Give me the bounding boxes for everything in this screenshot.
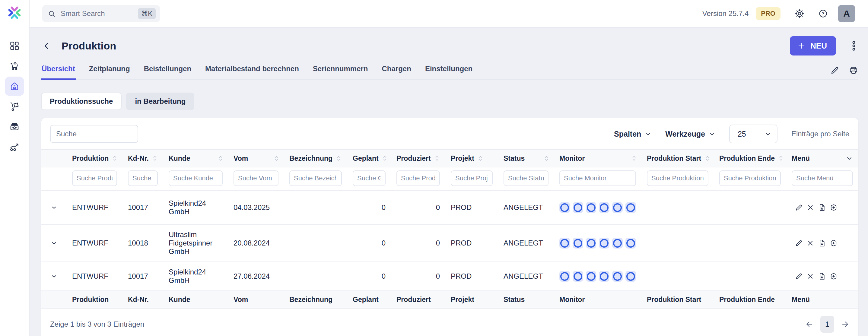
edit-icon[interactable] bbox=[830, 65, 840, 75]
monitor-status-circle[interactable] bbox=[599, 271, 610, 282]
column-search-vom[interactable] bbox=[234, 171, 278, 186]
tab-zeitplanung[interactable]: Zeitplanung bbox=[88, 63, 131, 80]
add-box-icon[interactable] bbox=[829, 272, 838, 280]
column-search-produktion[interactable] bbox=[72, 171, 117, 186]
sidebar-item-production[interactable] bbox=[5, 77, 24, 96]
edit-icon[interactable] bbox=[795, 239, 803, 247]
header-produktion-start[interactable]: Produktion Start bbox=[642, 150, 714, 167]
page-size-select[interactable]: 25 bbox=[729, 125, 777, 143]
tab-seriennummern[interactable]: Seriennummern bbox=[312, 63, 369, 80]
monitor-status-circle[interactable] bbox=[586, 238, 596, 248]
header-produziert[interactable]: Produziert bbox=[391, 150, 445, 167]
header-produktion[interactable]: Produktion bbox=[67, 150, 123, 167]
column-search-produziert[interactable] bbox=[397, 171, 440, 186]
tab-chargen[interactable]: Chargen bbox=[381, 63, 412, 80]
tab-materialbestand-berechnen[interactable]: Materialbestand berechnen bbox=[205, 63, 300, 80]
column-search-status[interactable] bbox=[503, 171, 549, 186]
cancel-icon[interactable] bbox=[806, 204, 814, 211]
sidebar-item-shop[interactable] bbox=[5, 56, 24, 76]
smart-search[interactable]: Smart Search ⌘K bbox=[42, 5, 160, 22]
monitor-status-circle[interactable] bbox=[625, 202, 636, 213]
tabs-bar: Übersicht Zeitplanung Beistellungen Mate… bbox=[41, 63, 858, 80]
avatar[interactable]: A bbox=[838, 5, 855, 22]
monitor-status-circle[interactable] bbox=[612, 238, 623, 248]
edit-icon[interactable] bbox=[795, 272, 803, 280]
monitor-status-circle[interactable] bbox=[599, 202, 610, 213]
header-menue[interactable]: Menü bbox=[786, 150, 858, 167]
tab-beistellungen[interactable]: Beistellungen bbox=[143, 63, 192, 80]
cancel-icon[interactable] bbox=[806, 272, 814, 280]
previous-page-icon[interactable] bbox=[805, 320, 814, 329]
cell-produktion-start bbox=[642, 191, 714, 224]
monitor-status-circle[interactable] bbox=[559, 202, 570, 213]
column-search-projekt[interactable] bbox=[451, 171, 493, 186]
monitor-status-circle[interactable] bbox=[559, 238, 570, 248]
pdf-icon[interactable] bbox=[817, 203, 826, 212]
page-number-button[interactable]: 1 bbox=[820, 316, 834, 333]
columns-dropdown[interactable]: Spalten bbox=[614, 130, 651, 139]
column-search-kunde[interactable] bbox=[169, 171, 223, 186]
next-page-icon[interactable] bbox=[841, 320, 849, 329]
monitor-status-circle[interactable] bbox=[612, 271, 623, 282]
column-search-kd-nr[interactable] bbox=[128, 171, 158, 186]
row-expander-icon[interactable] bbox=[46, 273, 61, 280]
settings-gear-icon[interactable] bbox=[795, 9, 804, 18]
sort-icon bbox=[545, 155, 549, 161]
column-search-geplant[interactable] bbox=[353, 171, 385, 186]
add-box-icon[interactable] bbox=[829, 239, 838, 247]
monitor-status-circle[interactable] bbox=[572, 271, 583, 282]
add-box-icon[interactable] bbox=[829, 203, 838, 212]
header-produktion-ende[interactable]: Produktion Ende bbox=[714, 150, 786, 167]
filter-chip-produktionssuche[interactable]: Produktionssuche bbox=[41, 93, 122, 110]
header-monitor[interactable]: Monitor bbox=[554, 150, 642, 167]
sidebar-item-cash[interactable] bbox=[5, 117, 24, 136]
kebab-menu-icon[interactable] bbox=[849, 40, 858, 52]
monitor-status-circle[interactable] bbox=[599, 238, 610, 248]
new-button[interactable]: NEU bbox=[790, 36, 836, 56]
pdf-icon[interactable] bbox=[817, 272, 826, 280]
column-search-menue[interactable] bbox=[792, 171, 853, 186]
pdf-icon[interactable] bbox=[817, 239, 826, 247]
sidebar-item-dashboard[interactable] bbox=[5, 36, 24, 56]
cell-produktion: ENTWURF bbox=[67, 224, 123, 262]
header-projekt[interactable]: Projekt bbox=[445, 150, 498, 167]
column-search-bezeichnung[interactable] bbox=[289, 171, 342, 186]
column-search-monitor[interactable] bbox=[559, 171, 636, 186]
header-kunde[interactable]: Kunde bbox=[163, 150, 228, 167]
edit-icon[interactable] bbox=[795, 203, 803, 212]
filter-chip-in-bearbeitung[interactable]: in Bearbeitung bbox=[126, 93, 194, 110]
header-bezeichnung[interactable]: Bezeichnung bbox=[284, 150, 347, 167]
monitor-status-circle[interactable] bbox=[572, 202, 583, 213]
cancel-icon[interactable] bbox=[806, 239, 814, 247]
monitor-status-circle[interactable] bbox=[572, 238, 583, 248]
header-vom[interactable]: Vom bbox=[228, 150, 284, 167]
sidebar-item-statistics[interactable] bbox=[5, 137, 24, 156]
table-search-input[interactable] bbox=[50, 125, 138, 143]
column-search-produktion-start[interactable] bbox=[647, 171, 708, 186]
header-kd-nr[interactable]: Kd-Nr. bbox=[123, 150, 163, 167]
sort-icon bbox=[435, 155, 439, 161]
plan-badge: PRO bbox=[756, 7, 780, 20]
column-search-produktion-ende[interactable] bbox=[719, 171, 781, 186]
row-expander-icon[interactable] bbox=[46, 240, 61, 247]
row-expander-icon[interactable] bbox=[46, 204, 61, 211]
monitor-status-circle[interactable] bbox=[559, 271, 570, 282]
header-status[interactable]: Status bbox=[498, 150, 554, 167]
back-button[interactable] bbox=[41, 40, 53, 52]
header-geplant[interactable]: Geplant bbox=[347, 150, 391, 167]
monitor-status-circle[interactable] bbox=[625, 238, 636, 248]
monitor-status-circle[interactable] bbox=[586, 202, 596, 213]
tab-einstellungen[interactable]: Einstellungen bbox=[425, 63, 473, 80]
cell-produktion: ENTWURF bbox=[67, 191, 123, 224]
print-icon[interactable] bbox=[849, 65, 858, 75]
monitor-status-circle[interactable] bbox=[586, 271, 596, 282]
monitor-status-circle[interactable] bbox=[612, 202, 623, 213]
monitor-status-circle[interactable] bbox=[625, 271, 636, 282]
help-icon[interactable]: ? bbox=[818, 9, 828, 18]
tools-dropdown[interactable]: Werkzeuge bbox=[665, 130, 715, 139]
cash-icon bbox=[9, 122, 20, 132]
sidebar-item-logistics[interactable] bbox=[5, 97, 24, 116]
tab-uebersicht[interactable]: Übersicht bbox=[41, 63, 76, 80]
pagination: 1 bbox=[805, 316, 849, 333]
columns-collapse-chevron-icon[interactable] bbox=[846, 155, 853, 162]
